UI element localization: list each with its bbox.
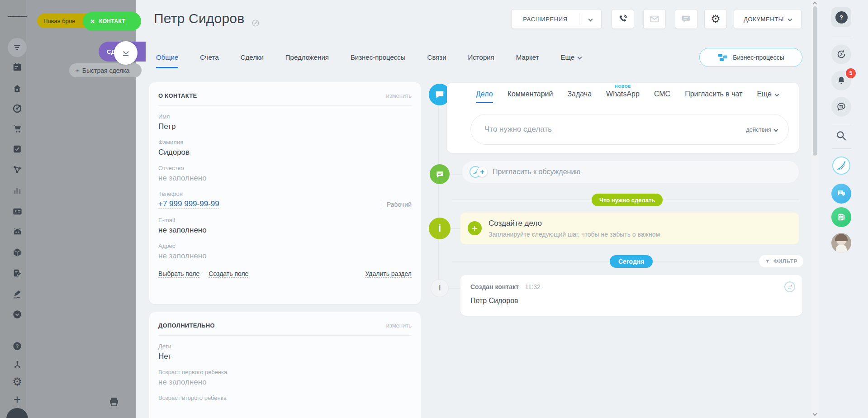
actions-dropdown[interactable]: действия	[746, 126, 778, 133]
today-separator: Сегодня	[610, 255, 653, 268]
edit-section-link[interactable]: изменить	[386, 92, 412, 99]
timeline-stub	[451, 174, 462, 175]
page-title: Петр Сидоров	[154, 11, 244, 26]
automation-robot-icon[interactable]	[8, 222, 27, 241]
log-info-icon: i	[431, 279, 449, 297]
menu-icon[interactable]	[8, 7, 27, 26]
cart-icon[interactable]	[8, 119, 27, 138]
create-activity-card[interactable]: + Создайте дело Запланируйте следующий ш…	[460, 213, 799, 244]
documents-button[interactable]: ДОКУМЕНТЫ	[734, 9, 802, 29]
timeline-entry-card[interactable]: Создан контакт 11:32 Петр Сидоров	[460, 275, 802, 316]
section-title: ДОПОЛНИТЕЛЬНО	[158, 322, 215, 329]
printer-icon[interactable]	[109, 396, 119, 409]
choose-field-link[interactable]: Выбрать поле	[158, 270, 199, 278]
tab-sms[interactable]: СМС	[654, 90, 670, 102]
add-activity-icon[interactable]: +	[468, 221, 482, 235]
about-contact-card: О КОНТАКТЕ изменить Имя Петр Фамилия Сид…	[149, 82, 421, 304]
documents-edit-icon[interactable]	[8, 264, 27, 283]
tab-links[interactable]: Связи	[427, 53, 446, 67]
invite-row[interactable]: + Пригласить к обсуждению	[462, 161, 799, 183]
filter-icon[interactable]	[8, 38, 27, 57]
tab-more[interactable]: Еще	[757, 90, 778, 102]
phone-link[interactable]: +7 999 999-99-99	[158, 200, 219, 209]
tab-task[interactable]: Задача	[567, 90, 592, 102]
bitrix-crm-contact-page: ? ⚙ + Новая брон ✕ КОНТАКТ СД + Быстрая …	[0, 0, 868, 418]
todo-scroll-badge[interactable]: Что нужно сделать	[592, 194, 663, 206]
entry-body: Петр Сидоров	[470, 297, 518, 305]
tab-more[interactable]: Еще	[561, 53, 582, 67]
comment-bubble-icon	[430, 164, 450, 184]
messenger-button[interactable]	[831, 97, 851, 117]
todo-input[interactable]	[484, 124, 746, 134]
scroll-down-icon[interactable]	[813, 412, 817, 416]
tab-invoices[interactable]: Счета	[200, 53, 218, 67]
more-chevron-icon[interactable]	[8, 305, 27, 324]
news-button[interactable]	[831, 207, 851, 227]
quick-deal-button[interactable]: + Быстрая сделка	[69, 63, 142, 77]
crm-target-icon[interactable]	[8, 99, 27, 118]
tab-quotes[interactable]: Предложения	[285, 53, 329, 67]
bizproc-icon	[717, 52, 728, 63]
profile-avatar-cut[interactable]	[6, 408, 28, 418]
help-button[interactable]: ?	[831, 7, 851, 27]
chats-button[interactable]	[831, 184, 851, 204]
info-icon: i	[429, 218, 451, 239]
tab-comment[interactable]: Комментарий	[508, 90, 553, 102]
tab-activity[interactable]: Дело	[476, 90, 493, 103]
edit-section-link[interactable]: изменить	[386, 322, 412, 329]
filter-icon	[765, 259, 770, 264]
tab-bizproc[interactable]: Бизнес-процессы	[351, 53, 406, 67]
close-icon[interactable]: ✕	[90, 18, 95, 25]
business-process-button[interactable]: Бизнес-процессы	[699, 48, 802, 67]
tab-whatsapp[interactable]: НОВОЕWhatsApp	[606, 90, 640, 102]
edit-title-icon[interactable]	[251, 19, 260, 29]
company-logo-avatar[interactable]	[832, 157, 850, 175]
updates-button[interactable]	[831, 44, 851, 64]
tab-market[interactable]: Маркет	[516, 53, 539, 67]
company-icon[interactable]	[8, 79, 27, 98]
entry-author-avatar	[784, 281, 795, 292]
create-field-link[interactable]: Создать поле	[209, 270, 248, 278]
invite-network-icon[interactable]	[8, 355, 27, 374]
contacts-card-icon[interactable]	[8, 202, 27, 221]
search-button[interactable]	[835, 130, 847, 143]
field-children: Дети Нет	[158, 343, 412, 361]
calendar-icon[interactable]	[8, 57, 27, 76]
tab-invite-chat[interactable]: Пригласить в чат	[685, 90, 742, 102]
tasks-icon[interactable]	[8, 139, 27, 158]
sign-pen-icon[interactable]	[8, 285, 27, 304]
mail-button[interactable]	[643, 9, 666, 29]
filter-button[interactable]: ФИЛЬТР	[759, 255, 803, 267]
collapse-button[interactable]	[114, 41, 138, 65]
tab-general[interactable]: Общие	[156, 53, 178, 68]
timeline-stub	[451, 228, 460, 229]
scroll-up-icon[interactable]	[813, 2, 817, 6]
main-content: Петр Сидоров РАСШИРЕНИЯ ⚙ ДОКУМЕНТЫ Общи…	[136, 0, 811, 418]
extensions-caret[interactable]	[579, 18, 601, 21]
share-network-icon[interactable]	[8, 160, 27, 179]
add-participant-icon[interactable]: +	[477, 167, 487, 177]
left-sidebar: ? ⚙ +	[0, 0, 26, 418]
tab-history[interactable]: История	[468, 53, 494, 67]
settings-button[interactable]: ⚙	[704, 9, 727, 29]
chat-button[interactable]	[675, 9, 697, 29]
contact-nav-tabs: Общие Счета Сделки Предложения Бизнес-пр…	[156, 53, 581, 68]
contact-chip[interactable]: ✕ КОНТАКТ	[83, 12, 141, 31]
add-plus-icon[interactable]: +	[8, 390, 27, 409]
delete-section-link[interactable]: Удалить раздел	[365, 270, 412, 278]
tab-deals[interactable]: Сделки	[241, 53, 264, 67]
storage-cube-icon[interactable]	[8, 243, 27, 262]
user-profile-avatar[interactable]	[831, 233, 851, 253]
extensions-button[interactable]: РАСШИРЕНИЯ	[511, 9, 602, 29]
divider	[832, 148, 851, 149]
help-icon: ?	[835, 11, 848, 24]
scrollbar-thumb[interactable]	[813, 6, 817, 156]
svg-text:?: ?	[16, 343, 19, 349]
new-badge: НОВОЕ	[615, 84, 631, 89]
call-button[interactable]	[612, 9, 634, 29]
right-sidebar: ? 5	[819, 0, 868, 418]
analytics-icon[interactable]	[8, 181, 27, 200]
help-icon[interactable]: ?	[8, 337, 27, 356]
section-title: О КОНТАКТЕ	[158, 92, 197, 99]
settings-gear-icon[interactable]: ⚙	[8, 372, 27, 391]
